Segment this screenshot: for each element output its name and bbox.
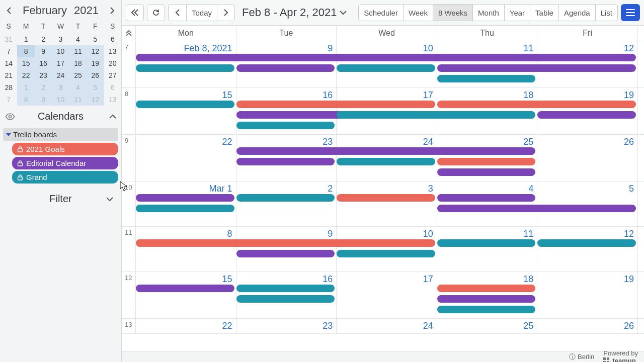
mini-day[interactable]: 4 <box>69 81 87 94</box>
mini-day[interactable]: 9 <box>35 94 52 106</box>
mini-day[interactable]: 18 <box>69 57 87 69</box>
refresh-button[interactable] <box>147 4 165 21</box>
mini-day[interactable]: 3 <box>52 33 69 45</box>
mini-day[interactable]: 26 <box>87 69 104 81</box>
mini-day[interactable]: 11 <box>69 94 87 106</box>
view-list[interactable]: List <box>595 4 618 21</box>
nav-prev-button[interactable] <box>168 4 186 21</box>
chevron-up-icon[interactable] <box>109 114 116 119</box>
mini-day[interactable]: 28 <box>0 81 17 94</box>
mini-day[interactable]: 9 <box>35 45 52 57</box>
view-year[interactable]: Year <box>504 4 530 21</box>
event-bar[interactable] <box>136 239 435 247</box>
mini-day[interactable]: 1 <box>17 81 34 94</box>
view-month[interactable]: Month <box>472 4 504 21</box>
mini-day[interactable]: 7 <box>0 45 17 57</box>
event-bar[interactable] <box>437 306 536 313</box>
mini-day[interactable]: 12 <box>87 45 104 57</box>
mini-day[interactable]: 1 <box>17 33 34 45</box>
event-bar[interactable] <box>136 64 234 72</box>
visibility-icon[interactable] <box>5 113 15 120</box>
event-bar[interactable] <box>337 111 535 119</box>
calendar-item[interactable]: 2021 Goals <box>12 143 118 155</box>
mini-next-month[interactable] <box>106 5 118 17</box>
event-bar[interactable] <box>337 64 435 72</box>
mini-day[interactable]: 31 <box>0 33 17 45</box>
event-bar[interactable] <box>136 101 234 108</box>
event-bar[interactable] <box>136 285 234 292</box>
event-bar[interactable] <box>337 250 435 257</box>
collapse-sidebar-button[interactable] <box>126 4 144 21</box>
view-8weeks[interactable]: 8 Weeks <box>433 4 472 21</box>
mini-day[interactable]: 7 <box>0 94 17 106</box>
calendar-item[interactable]: Grand <box>12 171 118 184</box>
mini-day[interactable]: 13 <box>104 45 121 57</box>
mini-day[interactable]: 2 <box>35 81 52 94</box>
mini-day[interactable]: 15 <box>17 57 34 69</box>
mini-day[interactable]: 19 <box>87 57 104 69</box>
event-bar[interactable] <box>136 194 234 202</box>
timezone-label[interactable]: Berlin <box>569 352 594 361</box>
nav-next-button[interactable] <box>217 4 235 21</box>
mini-day[interactable]: 14 <box>0 57 17 69</box>
view-scheduler[interactable]: Scheduler <box>358 4 403 21</box>
mini-day[interactable]: 10 <box>52 45 69 57</box>
mini-day[interactable]: 13 <box>104 94 121 106</box>
event-bar[interactable] <box>236 295 335 303</box>
mini-prev-month[interactable] <box>3 5 15 17</box>
event-bar[interactable] <box>236 64 335 72</box>
event-bar[interactable] <box>337 194 435 202</box>
event-bar[interactable] <box>236 101 435 108</box>
mini-day[interactable]: 25 <box>69 69 87 81</box>
event-bar[interactable] <box>236 122 335 129</box>
event-bar[interactable] <box>236 158 335 165</box>
event-bar[interactable] <box>437 158 536 165</box>
calendar-group-trello[interactable]: Trello boards <box>3 128 118 141</box>
view-week[interactable]: Week <box>403 4 433 21</box>
event-bar[interactable] <box>437 239 536 247</box>
mini-day[interactable]: 8 <box>17 45 34 57</box>
event-bar[interactable] <box>437 101 636 108</box>
mini-day[interactable]: 16 <box>35 57 52 69</box>
event-bar[interactable] <box>437 64 636 72</box>
event-bar[interactable] <box>437 295 536 303</box>
view-table[interactable]: Table <box>530 4 558 21</box>
mini-day[interactable]: 6 <box>104 81 121 94</box>
event-bar[interactable] <box>136 54 636 61</box>
mini-day[interactable]: 23 <box>35 69 52 81</box>
event-bar[interactable] <box>537 239 636 247</box>
mini-day[interactable]: 8 <box>17 94 34 106</box>
mini-day[interactable]: 21 <box>0 69 17 81</box>
teamup-brand[interactable]: teamup <box>603 357 638 363</box>
mini-day[interactable]: 20 <box>104 57 121 69</box>
event-bar[interactable] <box>437 205 636 212</box>
date-range-picker[interactable]: Feb 8 - Apr 2, 2021 <box>238 6 351 19</box>
event-bar[interactable] <box>337 158 435 165</box>
mini-day[interactable]: 27 <box>104 69 121 81</box>
mini-cal-title[interactable]: February2021 <box>23 4 99 17</box>
mini-day[interactable]: 10 <box>52 94 69 106</box>
filter-section[interactable]: Filter <box>0 186 121 212</box>
event-bar[interactable] <box>236 194 335 202</box>
event-bar[interactable] <box>236 147 536 155</box>
calendars-section[interactable]: Calendars <box>0 106 121 126</box>
event-bar[interactable] <box>437 168 536 176</box>
event-bar[interactable] <box>236 250 335 257</box>
menu-button[interactable] <box>621 4 640 21</box>
mini-day[interactable]: 17 <box>52 57 69 69</box>
mini-day[interactable]: 2 <box>35 33 52 45</box>
event-bar[interactable] <box>236 285 335 292</box>
event-bar[interactable] <box>136 205 234 212</box>
mini-day[interactable]: 4 <box>69 33 87 45</box>
event-bar[interactable] <box>537 111 636 119</box>
event-bar[interactable] <box>437 285 536 292</box>
mini-day[interactable]: 5 <box>87 81 104 94</box>
mini-day[interactable]: 24 <box>52 69 69 81</box>
today-button[interactable]: Today <box>186 4 217 21</box>
view-agenda[interactable]: Agenda <box>558 4 595 21</box>
mini-day[interactable]: 22 <box>17 69 34 81</box>
mini-day[interactable]: 11 <box>69 45 87 57</box>
event-bar[interactable] <box>437 75 536 82</box>
mini-day[interactable]: 5 <box>87 33 104 45</box>
calendar-item[interactable]: Editorial Calendar <box>12 157 118 169</box>
